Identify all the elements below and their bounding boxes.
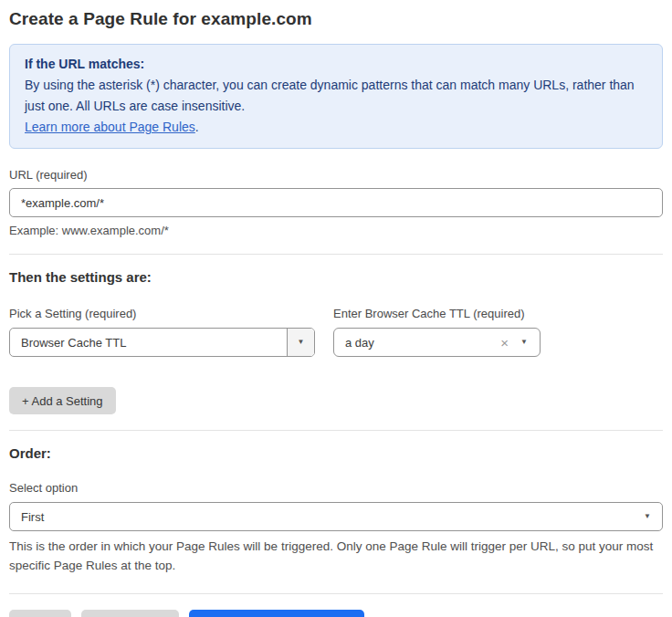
info-box-link-line: Learn more about Page Rules. [25, 117, 647, 138]
ttl-picker-combobox[interactable]: a day × ▼ [333, 328, 541, 357]
actions-row: Cancel Save as Draft Save and Deploy Pag… [9, 610, 663, 617]
url-field-label: URL (required) [9, 168, 663, 183]
order-section-heading: Order: [9, 445, 663, 461]
page-title: Create a Page Rule for example.com [9, 7, 663, 29]
setting-picker-label: Pick a Setting (required) [9, 307, 315, 321]
divider-order [9, 430, 663, 431]
url-match-info-box: If the URL matches: By using the asteris… [9, 44, 663, 149]
chevron-down-icon: ▼ [520, 339, 528, 346]
divider-settings [9, 254, 663, 255]
page-rule-form: Create a Page Rule for example.com If th… [0, 0, 672, 617]
cancel-button[interactable]: Cancel [9, 610, 71, 617]
info-box-body: By using the asterisk (*) character, you… [25, 75, 647, 117]
clear-icon[interactable]: × [500, 336, 509, 350]
order-helper-text: This is the order in which your Page Rul… [9, 537, 663, 575]
add-setting-button[interactable]: + Add a Setting [9, 387, 116, 414]
setting-picker-select[interactable]: Browser Cache TTL ▼ [9, 328, 315, 357]
order-select-value: First [10, 510, 644, 524]
learn-more-link[interactable]: Learn more about Page Rules [25, 120, 195, 134]
ttl-picker-label: Enter Browser Cache TTL (required) [333, 307, 541, 321]
ttl-picker-column: Enter Browser Cache TTL (required) a day… [333, 307, 541, 357]
ttl-picker-icons: × ▼ [500, 336, 540, 350]
setting-picker-column: Pick a Setting (required) Browser Cache … [9, 307, 315, 357]
link-suffix: . [195, 120, 199, 134]
chevron-down-icon: ▼ [644, 513, 662, 520]
ttl-picker-value: a day [334, 336, 500, 350]
save-and-deploy-button[interactable]: Save and Deploy Page Rule [189, 610, 363, 617]
settings-row: Pick a Setting (required) Browser Cache … [9, 307, 663, 357]
settings-section-heading: Then the settings are: [9, 269, 663, 285]
order-select[interactable]: First ▼ [9, 502, 663, 531]
divider-actions [9, 593, 663, 594]
url-example-helper: Example: www.example.com/* [9, 224, 663, 237]
order-select-label: Select option [9, 481, 663, 496]
setting-picker-value: Browser Cache TTL [10, 336, 287, 350]
setting-picker-arrow-button[interactable]: ▼ [287, 329, 314, 356]
info-box-heading: If the URL matches: [25, 54, 647, 75]
save-as-draft-button[interactable]: Save as Draft [81, 610, 179, 617]
chevron-down-icon: ▼ [298, 339, 305, 346]
url-input[interactable] [9, 188, 663, 217]
